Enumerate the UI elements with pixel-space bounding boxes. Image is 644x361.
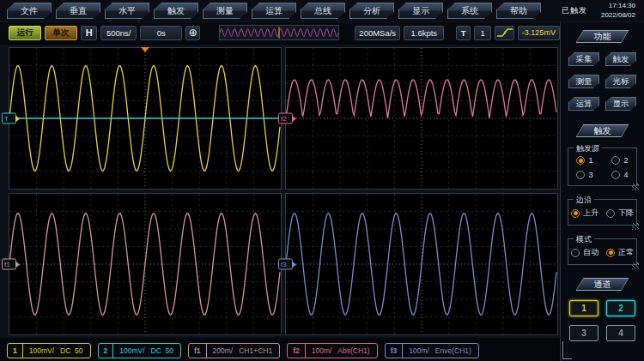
toolbar: 运行 单次 H 500ns/ 0s ⊕ 200MSa/s 1.6kpts T 1… <box>0 22 560 43</box>
scope-grid-f1[interactable]: f1 <box>9 193 282 335</box>
sample-rate: 200MSa/s <box>355 26 400 40</box>
menu-file[interactable]: 文件 <box>7 3 52 19</box>
menu-bar: 文件 垂直 水平 触发 测量 运算 总线 分析 显示 系统 帮助 已触发 17:… <box>0 0 644 22</box>
trigger-t-button[interactable]: T <box>456 26 471 40</box>
edge-falling-radio[interactable]: 下降 <box>605 208 635 219</box>
badge-info: Abs(CH1) <box>336 346 376 355</box>
trigger-source-4-radio[interactable]: 4 <box>605 171 635 179</box>
section-header-trigger: 触发 <box>576 124 629 137</box>
acquire-button[interactable]: 采集 <box>568 52 599 66</box>
f2-info-badge[interactable]: f2 100m/ Abs(CH1) <box>287 343 378 358</box>
channel-buttons: 1 2 3 4 <box>561 300 644 341</box>
menu-display[interactable]: 显示 <box>398 3 443 19</box>
trigger-title: 触发 <box>577 125 629 136</box>
zoom-in-icon[interactable]: ⊕ <box>185 26 200 40</box>
radio-icon <box>576 171 585 179</box>
channel-1-button[interactable]: 1 <box>569 300 598 316</box>
badge-label: 1 <box>8 344 23 358</box>
mode-auto-radio[interactable]: 自动 <box>570 247 599 258</box>
cursor-button[interactable]: 光标 <box>605 75 636 88</box>
trigger-level-marker[interactable]: T <box>2 113 16 124</box>
horizontal-button[interactable]: H <box>81 26 97 40</box>
badge-scale: 100m/ <box>403 346 434 355</box>
f1-info-badge[interactable]: f1 200m/ CH1+CH1 <box>188 343 280 358</box>
channel-4-button[interactable]: 4 <box>606 325 635 341</box>
trigger-level-value[interactable]: -3.125mV <box>518 26 560 40</box>
badge-scale: 100mV/ <box>23 346 58 355</box>
trigger-button[interactable]: 触发 <box>605 52 636 66</box>
ch1-info-badge[interactable]: 1 100mV/ DC 50 <box>7 343 91 358</box>
horizontal-offset-button[interactable]: 0s <box>140 26 182 40</box>
preview-waveform <box>220 26 338 39</box>
scope-grid-f3[interactable]: f3 <box>285 193 558 335</box>
badge-info: DC 50 <box>58 346 89 355</box>
trigger-marker-label: T <box>4 114 9 123</box>
channel-title: 通道 <box>577 279 629 290</box>
radio-label: 自动 <box>583 247 598 258</box>
run-button[interactable]: 运行 <box>9 26 41 40</box>
f2-marker-label: f2 <box>281 114 287 123</box>
trigger-source-2-radio[interactable]: 2 <box>605 156 635 165</box>
radio-label: 下降 <box>618 208 634 219</box>
trigger-source-button[interactable]: 1 <box>474 26 491 40</box>
waveform-preview-strip[interactable] <box>219 25 339 40</box>
radio-label: 上升 <box>583 208 598 219</box>
trigger-slope-icon[interactable] <box>495 26 514 40</box>
f1-marker-label: f1 <box>4 260 10 269</box>
trigger-mode-group: 模式 自动 正常 <box>568 238 637 265</box>
clock: 17:14:30 2022/08/02 <box>601 2 635 20</box>
memory-depth: 1.6kpts <box>404 26 444 40</box>
trigger-source-1-radio[interactable]: 1 <box>570 156 599 165</box>
badge-label: f3 <box>386 344 404 358</box>
menu-vertical[interactable]: 垂直 <box>56 3 100 19</box>
measure-button[interactable]: 测量 <box>568 75 599 88</box>
scope-grid-ch1-ch2[interactable]: T <box>9 47 282 190</box>
radio-icon <box>611 156 620 165</box>
rising-edge-icon <box>496 27 513 39</box>
math-button[interactable]: 运算 <box>568 97 599 111</box>
oscilloscope-app: 文件 垂直 水平 触发 测量 运算 总线 分析 显示 系统 帮助 已触发 17:… <box>0 0 644 361</box>
menu-help[interactable]: 帮助 <box>496 3 541 19</box>
badge-scale: 100mV/ <box>113 346 149 355</box>
time: 17:14:30 <box>601 2 635 10</box>
radio-icon <box>606 209 615 218</box>
radio-label: 4 <box>623 171 628 179</box>
waveform-f3 <box>286 194 557 334</box>
scope-grid-f2[interactable]: f2 <box>285 47 558 190</box>
f2-zero-marker[interactable]: f2 <box>278 113 293 124</box>
menu-bus[interactable]: 总线 <box>301 3 345 19</box>
trigger-source-group: 触发源 1 2 3 4 <box>568 147 637 186</box>
menu-trigger[interactable]: 触发 <box>154 3 198 19</box>
badge-label: f1 <box>189 344 207 358</box>
menu-system[interactable]: 系统 <box>447 3 492 19</box>
mode-normal-radio[interactable]: 正常 <box>605 247 635 258</box>
menu-horizontal[interactable]: 水平 <box>105 3 149 19</box>
scope-display: T f2 f1 f3 <box>9 47 558 335</box>
trigger-mode-group-title: 模式 <box>574 234 594 245</box>
edge-rising-radio[interactable]: 上升 <box>570 208 599 219</box>
channel-3-button[interactable]: 3 <box>569 325 598 341</box>
timebase-button[interactable]: 500ns/ <box>100 26 137 40</box>
menu-analyze[interactable]: 分析 <box>349 3 394 19</box>
f3-zero-marker[interactable]: f3 <box>278 259 293 270</box>
badge-info: CH1+CH1 <box>237 346 279 355</box>
badge-label: f2 <box>288 344 306 358</box>
channel-2-button[interactable]: 2 <box>606 300 635 316</box>
display-button[interactable]: 显示 <box>605 97 636 111</box>
menu-math[interactable]: 运算 <box>252 3 296 19</box>
menu-measure[interactable]: 测量 <box>203 3 247 19</box>
ch2-info-badge[interactable]: 2 100mV/ DC 50 <box>98 343 182 358</box>
trigger-position-icon[interactable] <box>141 47 149 52</box>
radio-label: 正常 <box>618 247 634 258</box>
marker-arrow-icon <box>15 115 20 122</box>
f1-zero-marker[interactable]: f1 <box>2 259 16 270</box>
f3-info-badge[interactable]: f3 100m/ Enve(CH1) <box>385 343 479 358</box>
f3-marker-label: f3 <box>281 260 287 269</box>
side-panel: 功能 采集 触发 测量 光标 运算 显示 触发 触发源 1 2 3 4 边沿 上… <box>560 22 644 361</box>
trigger-source-3-radio[interactable]: 3 <box>570 171 599 179</box>
marker-arrow-icon <box>292 115 296 122</box>
trigger-status: 已触发 <box>562 5 587 16</box>
trigger-source-group-title: 触发源 <box>574 143 602 154</box>
waveform-f2 <box>286 48 557 189</box>
single-button[interactable]: 单次 <box>45 26 77 40</box>
